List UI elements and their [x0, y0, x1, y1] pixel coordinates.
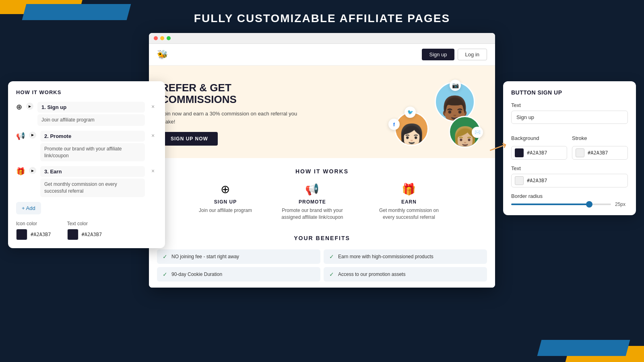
text-color-control: Text color #A2A3B7 — [67, 221, 102, 240]
hero-subtitle: Join now and earn a 30% commission on ea… — [161, 110, 298, 125]
stroke-color-box[interactable] — [576, 148, 584, 157]
step2-delete-button[interactable]: × — [149, 132, 157, 140]
border-radius-label: Border radius — [511, 193, 628, 199]
text-color-box[interactable] — [515, 176, 524, 185]
background-field-group: Background #A2A3B7 — [511, 130, 567, 160]
background-color-box[interactable] — [515, 148, 524, 157]
icon-color-value: #A2A3B7 — [31, 232, 51, 237]
step1-content: 1. Sign up Join our affiliate program — [37, 102, 145, 126]
step2-icon: 📢 — [16, 132, 25, 140]
step2-play-button[interactable]: ▶ — [29, 132, 36, 139]
border-radius-slider[interactable] — [511, 204, 611, 205]
benefits-grid: ✓ NO joining fee - start right away ✓ Ea… — [157, 249, 487, 282]
affiliate-header-buttons: Sign up Log in — [422, 49, 487, 60]
text-color-value: #A2A3B7 — [527, 178, 547, 183]
step2-name: 2. Promote — [40, 131, 145, 142]
step2-desc: Promote our brand with your affiliate li… — [40, 143, 145, 162]
stroke-color-row: #A2A3B7 — [572, 146, 628, 160]
benefit-text-2: Earn more with high-commissioned product… — [338, 254, 433, 259]
icon-color-label: Icon color — [16, 221, 51, 226]
benefit-check-4: ✓ — [329, 271, 334, 278]
text-color-row: #A2A3B7 — [511, 174, 628, 187]
step-signup-name: SIGN UP — [199, 199, 252, 205]
step-item-earn: 🎁 EARN Get monthly commission on every s… — [373, 183, 445, 221]
benefit-check-2: ✓ — [329, 253, 334, 260]
benefit-text-1: NO joining fee - start right away — [171, 254, 239, 259]
icon-color-swatch[interactable] — [16, 229, 27, 240]
border-radius-value: 25px — [615, 202, 628, 207]
text-field-label: Text — [511, 102, 628, 108]
benefit-item-4: ✓ Access to our promotion assets — [324, 267, 487, 282]
step-earn-name: EARN — [373, 199, 445, 205]
background-color-value: #A2A3B7 — [527, 150, 547, 156]
benefit-text-3: 90-day Cookie Duration — [171, 272, 222, 277]
twitter-icon: 🐦 — [405, 107, 416, 118]
step3-delete-button[interactable]: × — [149, 167, 157, 175]
background-color-row: #A2A3B7 — [511, 146, 567, 160]
step-promote-icon: 📢 — [276, 183, 349, 196]
how-it-works-panel: HOW IT WORKS ⊕ ▶ 1. Sign up Join our aff… — [8, 81, 165, 248]
benefit-check-1: ✓ — [163, 253, 167, 260]
browser-dot-maximize — [167, 36, 171, 40]
color-controls: Icon color #A2A3B7 Text color #A2A3B7 — [16, 221, 157, 240]
step-earn-desc: Get monthly commission on every successf… — [373, 207, 445, 221]
slider-row: 25px — [511, 202, 628, 207]
stroke-label: Stroke — [572, 135, 628, 141]
background-label: Background — [511, 135, 567, 141]
step-promote-desc: Promote our brand with your assigned aff… — [276, 207, 349, 221]
browser-bar — [149, 33, 495, 44]
benefits-title: YOUR BENEFITS — [157, 235, 487, 241]
step1-desc: Join our affiliate program — [37, 114, 145, 126]
step3-desc: Get monthly commission on every successf… — [40, 179, 145, 197]
step1-play-button[interactable]: ▶ — [26, 103, 33, 110]
benefit-check-3: ✓ — [163, 271, 167, 278]
affiliate-hero: REFER & GET COMMISSIONS Join now and ear… — [149, 66, 495, 158]
icon-color-row: #A2A3B7 — [16, 229, 51, 240]
step3-play-button[interactable]: ▶ — [29, 167, 36, 174]
text-color-row: #A2A3B7 — [67, 229, 102, 240]
benefit-text-4: Access to our promotion assets — [338, 272, 405, 277]
button-text-input[interactable] — [511, 111, 628, 124]
hero-avatars: 👨🏾 👩🏻 👩🏼 📷 f — [386, 78, 483, 150]
browser-mockup: 🐝 Sign up Log in REFER & GET COMMISSIONS… — [149, 33, 495, 288]
step3-name: 3. Earn — [40, 166, 145, 177]
step2-content: 2. Promote Promote our brand with your a… — [40, 131, 145, 162]
affiliate-logo: 🐝 — [157, 49, 168, 60]
border-radius-container: Border radius 25px — [511, 193, 628, 207]
header-signup-button[interactable]: Sign up — [422, 49, 454, 60]
benefit-item-2: ✓ Earn more with high-commissioned produ… — [324, 249, 487, 264]
text-color-label: Text color — [67, 221, 102, 226]
step3-content: 3. Earn Get monthly commission on every … — [40, 166, 145, 197]
step-item-signup: ⊕ SIGN UP Join our affiliate program — [199, 183, 252, 221]
step3-icon: 🎁 — [16, 167, 25, 176]
hero-title: REFER & GET COMMISSIONS — [161, 82, 298, 105]
text-color-value: #A2A3B7 — [82, 232, 102, 237]
stroke-field-group: Stroke #A2A3B7 — [572, 130, 628, 160]
text-color-swatch[interactable] — [67, 229, 78, 240]
steps-row: ⊕ SIGN UP Join our affiliate program 📢 P… — [157, 183, 487, 221]
how-it-works-panel-title: HOW IT WORKS — [16, 89, 157, 95]
browser-dot-minimize — [160, 36, 164, 40]
step-earn-icon: 🎁 — [373, 183, 445, 196]
step-row-2: 📢 ▶ 2. Promote Promote our brand with yo… — [16, 131, 157, 162]
add-step-button[interactable]: + Add — [16, 202, 41, 214]
button-signup-panel: BUTTON SIGN UP Text Background #A2A3B7 S… — [503, 81, 636, 215]
email-icon: ✉️ — [472, 127, 483, 138]
main-container: HOW IT WORKS ⊕ ▶ 1. Sign up Join our aff… — [0, 33, 644, 288]
background-stroke-fields: Background #A2A3B7 Stroke #A2A3B7 — [511, 130, 628, 160]
benefit-item-3: ✓ 90-day Cookie Duration — [157, 267, 320, 282]
step1-icon: ⊕ — [16, 103, 22, 111]
how-it-works-title: HOW IT WORKS — [157, 168, 487, 175]
stroke-color-value: #A2A3B7 — [588, 150, 608, 156]
icon-color-control: Icon color #A2A3B7 — [16, 221, 51, 240]
step-row-1: ⊕ ▶ 1. Sign up Join our affiliate progra… — [16, 102, 157, 126]
step1-delete-button[interactable]: × — [149, 103, 157, 111]
instagram-icon: 📷 — [450, 80, 461, 91]
avatar-placeholder-2: 👩🏻 — [396, 113, 427, 145]
how-it-works-section: HOW IT WORKS ⊕ SIGN UP Join our affiliat… — [149, 158, 495, 229]
hero-cta-button[interactable]: SIGN UP NOW — [161, 132, 218, 146]
text-color-field-label: Text — [511, 165, 628, 171]
header-login-button[interactable]: Log in — [458, 49, 487, 60]
affiliate-header: 🐝 Sign up Log in — [149, 44, 495, 66]
benefit-item-1: ✓ NO joining fee - start right away — [157, 249, 320, 264]
